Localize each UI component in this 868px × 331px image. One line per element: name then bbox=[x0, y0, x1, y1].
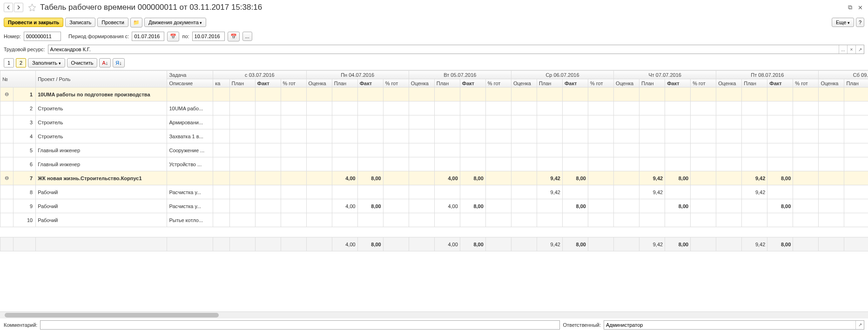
value-cell[interactable] bbox=[485, 199, 511, 213]
value-cell[interactable] bbox=[588, 199, 613, 213]
value-cell[interactable] bbox=[844, 213, 868, 227]
day-header[interactable]: Пт 08.07.2016 bbox=[716, 71, 819, 79]
value-cell[interactable] bbox=[844, 185, 868, 199]
value-cell[interactable] bbox=[767, 101, 793, 115]
value-cell[interactable] bbox=[409, 213, 434, 227]
project-cell[interactable]: Рабочий bbox=[36, 213, 167, 227]
value-cell[interactable] bbox=[793, 213, 819, 227]
value-cell[interactable] bbox=[255, 199, 281, 213]
sub-header[interactable]: % гот bbox=[281, 79, 306, 88]
sub-header[interactable]: ка bbox=[213, 79, 229, 88]
value-cell[interactable] bbox=[716, 199, 742, 213]
value-cell[interactable]: 9,42 bbox=[639, 185, 665, 199]
value-cell[interactable] bbox=[213, 115, 229, 129]
value-cell[interactable] bbox=[213, 143, 229, 157]
resource-select-ellipsis-icon[interactable]: ... bbox=[839, 45, 847, 54]
value-cell[interactable] bbox=[255, 115, 281, 129]
value-cell[interactable] bbox=[537, 88, 562, 101]
value-cell[interactable] bbox=[485, 115, 511, 129]
value-cell[interactable]: 9,42 bbox=[537, 185, 562, 199]
value-cell[interactable] bbox=[511, 115, 537, 129]
nav-forward-button[interactable] bbox=[14, 3, 23, 12]
value-cell[interactable] bbox=[229, 101, 255, 115]
value-cell[interactable] bbox=[793, 129, 819, 143]
task-cell[interactable]: Армировани... bbox=[167, 115, 213, 129]
sub-header[interactable]: План bbox=[332, 79, 357, 88]
value-cell[interactable] bbox=[511, 143, 537, 157]
sub-header[interactable]: Факт bbox=[357, 79, 383, 88]
value-cell[interactable] bbox=[460, 213, 485, 227]
table-row[interactable]: 8РабочийРасчистка у...9,429,429,42 bbox=[0, 185, 868, 199]
value-cell[interactable] bbox=[460, 115, 485, 129]
resource-input[interactable] bbox=[48, 46, 839, 53]
value-cell[interactable] bbox=[306, 199, 332, 213]
value-cell[interactable] bbox=[588, 101, 613, 115]
value-cell[interactable] bbox=[357, 101, 383, 115]
value-cell[interactable] bbox=[357, 143, 383, 157]
value-cell[interactable] bbox=[460, 88, 485, 101]
day-header[interactable]: Вт 05.07.2016 bbox=[409, 71, 511, 79]
value-cell[interactable] bbox=[306, 213, 332, 227]
value-cell[interactable] bbox=[844, 129, 868, 143]
value-cell[interactable] bbox=[588, 143, 613, 157]
sub-header[interactable]: Оценка bbox=[409, 79, 434, 88]
value-cell[interactable]: 9,42 bbox=[742, 171, 767, 185]
value-cell[interactable] bbox=[434, 88, 460, 101]
value-cell[interactable] bbox=[255, 171, 281, 185]
project-cell[interactable]: Рабочий bbox=[36, 199, 167, 213]
value-cell[interactable]: 4,00 bbox=[434, 171, 460, 185]
task-cell[interactable]: Рытье котло... bbox=[167, 213, 213, 227]
value-cell[interactable] bbox=[255, 129, 281, 143]
value-cell[interactable] bbox=[383, 129, 409, 143]
window-close-icon[interactable]: ✕ bbox=[856, 4, 864, 11]
folder-button[interactable]: 📁 bbox=[130, 18, 142, 27]
sub-header[interactable]: Факт bbox=[767, 79, 793, 88]
value-cell[interactable] bbox=[306, 101, 332, 115]
value-cell[interactable] bbox=[639, 157, 665, 171]
sub-header[interactable]: Оценка bbox=[819, 79, 844, 88]
value-cell[interactable] bbox=[332, 115, 357, 129]
sub-header[interactable]: План bbox=[537, 79, 562, 88]
movements-button[interactable]: Движения документа bbox=[144, 18, 206, 27]
sub-header[interactable]: Оценка bbox=[614, 79, 639, 88]
value-cell[interactable] bbox=[383, 213, 409, 227]
value-cell[interactable] bbox=[819, 171, 844, 185]
value-cell[interactable] bbox=[665, 101, 691, 115]
value-cell[interactable] bbox=[691, 129, 716, 143]
value-cell[interactable] bbox=[409, 185, 434, 199]
task-cell[interactable]: Устройство ... bbox=[167, 157, 213, 171]
value-cell[interactable] bbox=[742, 213, 767, 227]
sub-header[interactable]: % гот bbox=[691, 79, 716, 88]
value-cell[interactable] bbox=[793, 115, 819, 129]
value-cell[interactable] bbox=[639, 213, 665, 227]
value-cell[interactable] bbox=[383, 157, 409, 171]
value-cell[interactable] bbox=[562, 143, 588, 157]
value-cell[interactable] bbox=[639, 199, 665, 213]
value-cell[interactable] bbox=[281, 157, 306, 171]
value-cell[interactable] bbox=[281, 143, 306, 157]
value-cell[interactable] bbox=[409, 129, 434, 143]
nav-back-button[interactable] bbox=[4, 3, 13, 12]
value-cell[interactable] bbox=[255, 157, 281, 171]
value-cell[interactable] bbox=[255, 88, 281, 101]
period-select-button[interactable]: ... bbox=[242, 32, 252, 41]
task-cell[interactable]: Расчистка у... bbox=[167, 199, 213, 213]
value-cell[interactable] bbox=[819, 101, 844, 115]
value-cell[interactable] bbox=[434, 213, 460, 227]
value-cell[interactable] bbox=[213, 199, 229, 213]
value-cell[interactable] bbox=[716, 143, 742, 157]
value-cell[interactable] bbox=[562, 213, 588, 227]
value-cell[interactable] bbox=[588, 171, 613, 185]
value-cell[interactable] bbox=[691, 213, 716, 227]
value-cell[interactable] bbox=[793, 199, 819, 213]
value-cell[interactable] bbox=[767, 185, 793, 199]
value-cell[interactable] bbox=[409, 88, 434, 101]
value-cell[interactable] bbox=[511, 129, 537, 143]
value-cell[interactable] bbox=[281, 171, 306, 185]
day-header[interactable]: с 03.07.2016 bbox=[213, 71, 306, 79]
value-cell[interactable] bbox=[844, 115, 868, 129]
value-cell[interactable] bbox=[614, 88, 639, 101]
task-cell[interactable]: Захватка 1 в... bbox=[167, 129, 213, 143]
value-cell[interactable] bbox=[409, 199, 434, 213]
value-cell[interactable] bbox=[819, 157, 844, 171]
